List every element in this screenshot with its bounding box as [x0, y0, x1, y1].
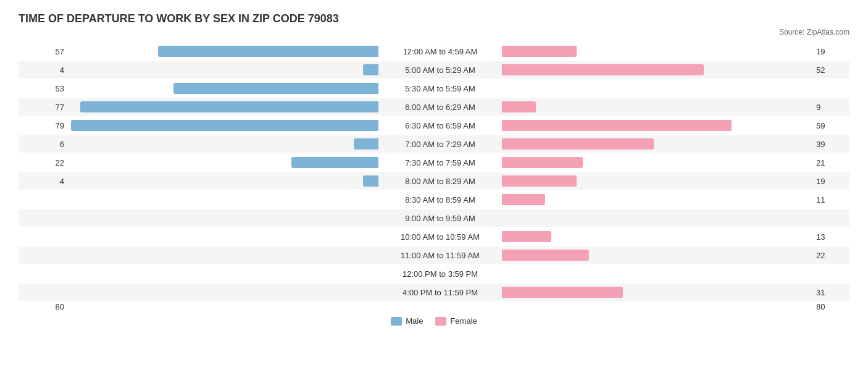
- chart-title: TIME OF DEPARTURE TO WORK BY SEX IN ZIP …: [19, 12, 849, 25]
- male-value: 4: [19, 177, 68, 186]
- legend-female: Female: [435, 316, 477, 326]
- chart-row: 8:30 AM to 8:59 AM 11: [19, 191, 849, 208]
- female-bar: [502, 64, 704, 75]
- time-label: 6:00 AM to 6:29 AM: [378, 103, 502, 112]
- male-value: 4: [19, 65, 68, 75]
- male-value: 6: [19, 140, 68, 149]
- chart-row: 77 6:00 AM to 6:29 AM 9: [19, 98, 849, 116]
- female-value: 22: [812, 251, 849, 260]
- male-bar: [71, 120, 378, 131]
- time-label: 7:00 AM to 7:29 AM: [378, 140, 502, 149]
- female-bar-wrap: [502, 135, 812, 153]
- legend-male-label: Male: [406, 316, 423, 326]
- male-bar-wrap: [68, 191, 378, 208]
- chart-row: 11:00 AM to 11:59 AM 22: [19, 247, 849, 264]
- chart-row: 4 8:00 AM to 8:29 AM 19: [19, 172, 849, 190]
- male-bar-wrap: [68, 80, 378, 97]
- legend-male-box: [391, 317, 402, 326]
- male-value: 57: [19, 47, 68, 56]
- male-bar-wrap: [68, 98, 378, 116]
- chart-row: 4:00 PM to 11:59 PM 31: [19, 284, 849, 301]
- female-bar-wrap: [502, 265, 812, 282]
- time-label: 4:00 PM to 11:59 PM: [378, 288, 502, 297]
- male-value: 22: [19, 158, 68, 167]
- time-label: 8:30 AM to 8:59 AM: [378, 195, 502, 205]
- chart-row: 9:00 AM to 9:59 AM: [19, 209, 849, 227]
- female-bar-wrap: [502, 191, 812, 208]
- female-bar-wrap: [502, 61, 812, 78]
- female-value: 11: [812, 195, 849, 205]
- chart-row: 6 7:00 AM to 7:29 AM 39: [19, 135, 849, 153]
- chart-area: 57 12:00 AM to 4:59 AM 19 4 5:00 AM to 5…: [19, 43, 849, 326]
- male-bar-wrap: [68, 154, 378, 171]
- female-bar-wrap: [502, 172, 812, 190]
- legend-female-label: Female: [450, 316, 477, 326]
- male-bar-wrap: [68, 247, 378, 264]
- female-value: 9: [812, 103, 849, 112]
- female-bar-wrap: [502, 117, 812, 134]
- female-value: 39: [812, 140, 849, 149]
- time-label: 5:30 AM to 5:59 AM: [378, 84, 502, 93]
- male-bar: [80, 101, 378, 112]
- female-bar: [502, 101, 536, 112]
- male-bar-wrap: [68, 117, 378, 134]
- male-bar: [363, 175, 378, 187]
- time-label: 7:30 AM to 7:59 AM: [378, 158, 502, 167]
- female-bar-wrap: [502, 80, 812, 97]
- male-bar: [363, 64, 378, 75]
- female-value: 19: [812, 47, 849, 56]
- legend: Male Female: [19, 316, 849, 326]
- legend-male: Male: [391, 316, 423, 326]
- time-label: 5:00 AM to 5:29 AM: [378, 65, 502, 75]
- axis-bottom: 80 80: [19, 302, 849, 311]
- female-value: 52: [812, 65, 849, 75]
- female-bar: [502, 138, 654, 150]
- female-bar: [502, 46, 577, 57]
- chart-row: 4 5:00 AM to 5:29 AM 52: [19, 61, 849, 78]
- chart-row: 10:00 AM to 10:59 AM 13: [19, 228, 849, 245]
- female-bar-wrap: [502, 154, 812, 171]
- male-bar-wrap: [68, 172, 378, 190]
- female-bar: [502, 287, 623, 298]
- female-bar-wrap: [502, 247, 812, 264]
- male-bar-wrap: [68, 284, 378, 301]
- chart-row: 79 6:30 AM to 6:59 AM 59: [19, 117, 849, 134]
- female-value: 19: [812, 177, 849, 186]
- source-label: Source: ZipAtlas.com: [19, 28, 849, 36]
- female-bar-wrap: [502, 43, 812, 60]
- chart-row: 12:00 PM to 3:59 PM: [19, 265, 849, 282]
- female-bar-wrap: [502, 98, 812, 116]
- time-label: 6:30 AM to 6:59 AM: [378, 121, 502, 130]
- male-bar: [354, 138, 378, 150]
- legend-female-box: [435, 317, 446, 326]
- chart-row: 57 12:00 AM to 4:59 AM 19: [19, 43, 849, 60]
- female-bar: [502, 194, 545, 205]
- chart-row: 22 7:30 AM to 7:59 AM 21: [19, 154, 849, 171]
- time-label: 11:00 AM to 11:59 AM: [378, 251, 502, 260]
- male-bar-wrap: [68, 265, 378, 282]
- female-bar: [502, 157, 583, 168]
- female-bar: [502, 231, 551, 242]
- time-label: 9:00 AM to 9:59 AM: [378, 214, 502, 223]
- time-label: 12:00 PM to 3:59 PM: [378, 269, 502, 279]
- male-bar: [158, 46, 378, 57]
- male-value: 77: [19, 103, 68, 112]
- male-bar: [291, 157, 378, 168]
- female-bar-wrap: [502, 228, 812, 245]
- chart-row: 53 5:30 AM to 5:59 AM: [19, 80, 849, 97]
- female-value: 59: [812, 121, 849, 130]
- female-value: 13: [812, 232, 849, 242]
- male-bar-wrap: [68, 209, 378, 227]
- time-label: 10:00 AM to 10:59 AM: [378, 232, 502, 242]
- male-bar-wrap: [68, 43, 378, 60]
- female-value: 21: [812, 158, 849, 167]
- time-label: 12:00 AM to 4:59 AM: [378, 47, 502, 56]
- axis-left-label: 80: [19, 302, 68, 311]
- male-value: 79: [19, 121, 68, 130]
- axis-right-label: 80: [812, 302, 849, 311]
- female-bar: [502, 175, 577, 187]
- male-bar-wrap: [68, 61, 378, 78]
- female-bar-wrap: [502, 209, 812, 227]
- male-bar-wrap: [68, 228, 378, 245]
- male-bar: [173, 83, 378, 94]
